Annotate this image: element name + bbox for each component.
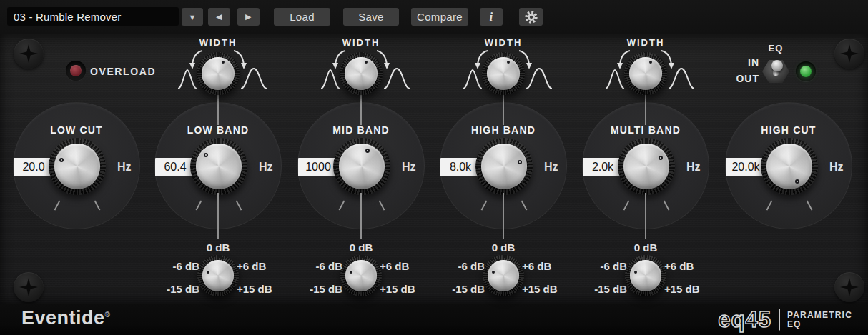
multi-band-width-knob[interactable] (624, 52, 667, 95)
low-band-frequency-knob[interactable] (190, 138, 247, 195)
tick-mark (54, 200, 61, 210)
multi-band-gain-knob[interactable] (625, 255, 666, 296)
knob-indicator-dot (365, 149, 370, 153)
low-band-width-knob[interactable] (197, 52, 240, 95)
tick-mark (339, 200, 345, 210)
product-logo-cluster: eq45 PARAMETRIC EQ (718, 309, 852, 331)
low-cut-frequency-knob[interactable] (49, 138, 106, 195)
arrow-right-icon: ▶ (245, 12, 252, 21)
gain-scale-plus6: +6 dB (237, 260, 277, 272)
mid-band-frequency-knob[interactable] (333, 138, 390, 195)
multi-band-width-module: WIDTH (596, 37, 696, 99)
gain-scale-minus15: -15 dB (442, 283, 485, 295)
preset-selector[interactable]: 03 - Rumble Remover (7, 7, 179, 26)
tick-mark (766, 200, 773, 210)
gain-scale-minus15: -15 dB (300, 283, 342, 295)
tick-mark (236, 200, 242, 210)
info-button[interactable]: i (480, 8, 503, 26)
knob-indicator-dot (659, 156, 663, 160)
eq-out-label: OUT (726, 73, 759, 84)
mid-band-width-knob[interactable] (340, 52, 383, 95)
mid-band-gain-knob[interactable] (340, 255, 382, 296)
high-band-width-module: WIDTH (453, 37, 553, 99)
low-band-frequency-value[interactable]: 60.4 (155, 158, 195, 176)
gain-scale-plus15: +15 dB (237, 283, 281, 295)
corner-screw (14, 272, 44, 302)
settings-button[interactable] (519, 8, 543, 26)
preset-next-button[interactable]: ▶ (237, 8, 260, 26)
wide-bell-icon (241, 69, 267, 89)
tick-mark (196, 200, 202, 210)
high-band-frequency-knob[interactable] (475, 138, 533, 195)
gain-scale-plus15: +15 dB (664, 283, 709, 295)
trademark-symbol: ® (105, 311, 111, 319)
phillips-icon (19, 44, 38, 63)
knob-indicator-dot (365, 61, 368, 64)
low-band-gain-knob[interactable] (197, 255, 239, 296)
load-button[interactable]: Load (274, 8, 330, 26)
eq-in-label: IN (726, 56, 759, 68)
eq-active-led (796, 61, 816, 81)
tick-mark (664, 200, 670, 210)
tagline-line2: EQ (787, 319, 852, 329)
phillips-icon (840, 44, 859, 63)
tick-mark (94, 200, 101, 210)
low-band-gain-module: 0 dB -6 dB +6 dB -15 dB +15 dB (159, 238, 277, 298)
high-cut-frequency-knob[interactable] (761, 138, 818, 195)
high-band-frequency-value[interactable]: 8.0k (440, 158, 480, 176)
faceplate: OVERLOAD EQ IN OUT WIDTH (0, 34, 868, 304)
high-band-gain-knob[interactable] (483, 255, 524, 296)
phillips-icon (840, 278, 859, 296)
unit-label: Hz (117, 161, 142, 174)
multi-band-frequency-value[interactable]: 2.0k (583, 158, 623, 176)
mid-band-frequency-value[interactable]: 1000 (298, 158, 338, 176)
gain-scale-0db: 0 dB (302, 241, 420, 254)
multi-band-gain-module: 0 dB -6 dB +6 dB -15 dB +15 dB (587, 238, 704, 298)
gain-scale-plus15: +15 dB (380, 283, 424, 295)
tick-mark (379, 200, 385, 210)
gain-scale-minus15: -15 dB (157, 283, 199, 295)
band-section-low-cut: LOW CUT 20.0 Hz (13, 102, 140, 229)
mid-band-gain-module: 0 dB -6 dB +6 dB -15 dB +15 dB (302, 238, 420, 298)
gain-scale-minus6: -6 dB (159, 260, 199, 272)
tick-mark (807, 200, 813, 210)
gain-scale-minus15: -15 dB (584, 283, 627, 295)
eq-switch-title: EQ (764, 43, 788, 54)
multi-band-frequency-knob[interactable] (618, 138, 675, 195)
tagline-line1: PARAMETRIC (787, 310, 852, 319)
product-logo: eq45 (718, 309, 771, 331)
high-cut-frequency-value[interactable]: 20.0k (726, 158, 766, 176)
logo-divider (779, 309, 780, 330)
plugin-window: 03 - Rumble Remover ▼ ◀ ▶ Load Save Comp… (0, 0, 868, 335)
band-label: MID BAND (298, 124, 424, 136)
unit-label: Hz (402, 161, 426, 174)
toolbar: 03 - Rumble Remover ▼ ◀ ▶ Load Save Comp… (0, 0, 868, 34)
corner-screw (834, 39, 864, 69)
tick-mark (521, 200, 528, 210)
gain-scale-plus6: +6 dB (664, 260, 704, 272)
preset-dropdown-button[interactable]: ▼ (182, 8, 203, 26)
connector-line (645, 193, 646, 239)
gain-scale-plus6: +6 dB (380, 260, 420, 272)
knob-indicator-dot (649, 61, 652, 64)
overload-led-core (70, 65, 82, 76)
product-tagline: PARAMETRIC EQ (787, 310, 852, 329)
connector-line (360, 193, 362, 239)
preset-prev-button[interactable]: ◀ (208, 8, 230, 26)
toggle-lever-ball[interactable] (771, 60, 783, 71)
band-label: HIGH CUT (726, 124, 852, 136)
save-button[interactable]: Save (343, 8, 399, 26)
high-band-width-knob[interactable] (482, 52, 525, 95)
band-label: MULTI BAND (583, 124, 709, 136)
gain-scale-plus6: +6 dB (522, 260, 562, 272)
low-cut-frequency-value[interactable]: 20.0 (14, 158, 54, 176)
brand-name: Eventide (21, 307, 105, 329)
brand-logo: Eventide® (21, 307, 110, 329)
band-label: LOW CUT (14, 124, 139, 136)
arrow-left-icon: ◀ (216, 12, 222, 21)
gain-scale-0db: 0 dB (159, 241, 277, 254)
unit-label: Hz (686, 161, 711, 174)
high-band-gain-module: 0 dB -6 dB +6 dB -15 dB +15 dB (445, 238, 562, 298)
knob-indicator-dot (204, 153, 208, 157)
compare-button[interactable]: Compare (411, 8, 468, 26)
